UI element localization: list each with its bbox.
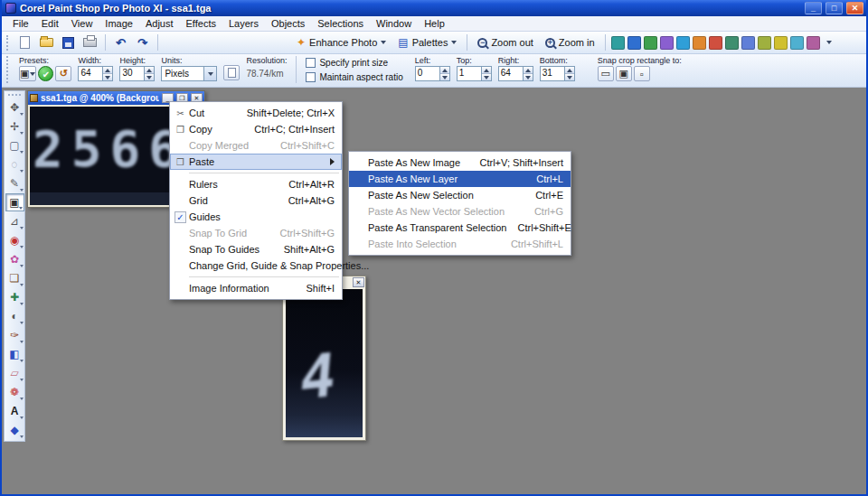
menu-item-cut[interactable]: ✂ Cut Shift+Delete; Ctrl+X <box>170 105 342 121</box>
straighten-tool[interactable]: ⊿ <box>5 212 24 230</box>
menu-layers[interactable]: Layers <box>222 17 265 30</box>
effects-palette-icon[interactable] <box>790 36 804 50</box>
menu-item-grid[interactable]: Grid Ctrl+Alt+G <box>170 192 342 209</box>
bottom-input[interactable]: 31 <box>540 66 575 81</box>
top-spinner[interactable] <box>481 67 491 80</box>
presets-dropdown[interactable]: ▣ <box>19 66 36 81</box>
preset-shape-tool[interactable]: ◆ <box>5 421 24 439</box>
layers-palette-icon[interactable] <box>660 36 674 50</box>
materials-palette-icon[interactable] <box>644 36 657 50</box>
paint-brush-tool[interactable]: ✑ <box>5 326 24 344</box>
menu-help[interactable]: Help <box>418 17 451 30</box>
menu-item-paste-as-new-image[interactable]: Paste As New Image Ctrl+V; Shift+Insert <box>349 154 571 171</box>
snap-layer-opaque-button[interactable]: ▣ <box>616 66 632 81</box>
floating-image-window[interactable]: ✕ 4 <box>282 276 366 441</box>
right-spinner[interactable] <box>523 67 533 80</box>
menu-item-paste-as-transparent-selection[interactable]: Paste As Transparent Selection Ctrl+Shif… <box>349 220 571 236</box>
menu-item-image-information[interactable]: Image Information Shift+I <box>170 280 342 296</box>
chevron-down-icon[interactable] <box>203 67 216 80</box>
menu-item-copy[interactable]: ❐ Copy Ctrl+C; Ctrl+Insert <box>170 121 342 137</box>
menu-effects[interactable]: Effects <box>180 17 222 30</box>
menu-item-paste-into-selection[interactable]: Paste Into Selection Ctrl+Shift+L <box>349 236 571 252</box>
script-output-palette-icon[interactable] <box>741 36 755 50</box>
floating-window-close-button[interactable]: ✕ <box>353 277 364 287</box>
menu-view[interactable]: View <box>65 17 99 30</box>
units-select[interactable]: Pixels <box>161 66 217 81</box>
specify-print-size-option[interactable]: Specify print size <box>306 56 402 70</box>
open-file-button[interactable] <box>37 33 56 52</box>
menu-item-paste[interactable]: ❒ Paste <box>170 154 342 170</box>
red-eye-tool[interactable]: ◉ <box>5 231 24 249</box>
undo-button[interactable]: ↶ <box>111 33 130 52</box>
reset-button[interactable]: ↺ <box>55 66 71 81</box>
width-spinner[interactable] <box>102 67 112 80</box>
save-button[interactable] <box>59 33 78 52</box>
width-input[interactable]: 64 <box>78 66 113 81</box>
specify-print-size-checkbox[interactable] <box>306 58 316 68</box>
color-changer-tool[interactable]: ◧ <box>5 345 24 363</box>
menu-file[interactable]: File <box>6 17 35 30</box>
menu-item-paste-as-new-selection[interactable]: Paste As New Selection Ctrl+E <box>349 187 571 203</box>
print-button[interactable] <box>80 33 99 52</box>
top-input[interactable]: 1 <box>457 66 492 81</box>
maintain-aspect-ratio-option[interactable]: Maintain aspect ratio <box>306 70 402 84</box>
snap-merged-opaque-button[interactable]: ▫ <box>634 66 650 81</box>
bottom-spinner[interactable] <box>564 67 574 80</box>
maximize-button[interactable]: □ <box>826 2 843 14</box>
menu-adjust[interactable]: Adjust <box>139 17 180 30</box>
histogram-palette-icon[interactable] <box>676 36 690 50</box>
palette-grip[interactable] <box>8 94 21 96</box>
left-input[interactable]: 0 <box>415 66 450 81</box>
selection-tool[interactable]: ▢ <box>5 136 24 154</box>
enhance-photo-button[interactable]: ✦ Enhance Photo <box>292 34 391 51</box>
freehand-selection-tool[interactable]: ◌ <box>5 155 24 173</box>
eraser-tool[interactable]: ▱ <box>5 364 24 382</box>
left-spinner[interactable] <box>439 67 449 80</box>
pan-tool[interactable]: ✥ <box>5 98 24 117</box>
menu-edit[interactable]: Edit <box>35 17 65 30</box>
menu-image[interactable]: Image <box>99 17 139 30</box>
right-input[interactable]: 64 <box>498 66 533 81</box>
new-file-button[interactable] <box>15 33 34 52</box>
height-spinner[interactable] <box>144 67 154 80</box>
menu-item-snap-to-grid[interactable]: Snap To Grid Ctrl+Shift+G <box>170 225 342 241</box>
menu-item-change-grid-guide-snap-properties[interactable]: Change Grid, Guide & Snap Properties... <box>170 257 342 274</box>
zoom-out-button[interactable]: − Zoom out <box>473 35 537 50</box>
menu-item-guides[interactable]: ✓ Guides <box>170 209 342 225</box>
apply-button[interactable]: ✔ <box>38 66 53 81</box>
info-palette-icon[interactable] <box>807 36 820 50</box>
options-grip[interactable] <box>6 56 9 83</box>
overview-palette-icon[interactable] <box>693 36 706 50</box>
crop-tool[interactable]: ▣ <box>5 193 24 211</box>
browser-palette-icon[interactable] <box>627 36 641 50</box>
height-input[interactable]: 30 <box>119 66 155 81</box>
picture-tube-tool[interactable]: ❁ <box>5 383 24 401</box>
menu-item-rulers[interactable]: Rulers Ctrl+Alt+R <box>170 176 342 192</box>
learning-center-palette-icon[interactable] <box>611 36 625 50</box>
move-tool[interactable]: ✢ <box>5 117 24 136</box>
scratch-remover-tool[interactable]: ✚ <box>5 288 24 306</box>
tool-options-palette-icon[interactable] <box>709 36 722 50</box>
palettes-button[interactable]: ▤ Palettes <box>393 34 461 51</box>
zoom-in-button[interactable]: + Zoom in <box>541 35 599 50</box>
menu-window[interactable]: Window <box>370 17 418 30</box>
floating-image-canvas[interactable]: 4 <box>286 289 363 437</box>
print-size-button[interactable] <box>223 65 240 80</box>
minimize-button[interactable]: _ <box>805 2 822 14</box>
menu-selections[interactable]: Selections <box>311 17 370 30</box>
makeover-tool[interactable]: ✿ <box>5 250 24 268</box>
text-tool[interactable]: A <box>5 402 24 420</box>
maintain-aspect-ratio-checkbox[interactable] <box>306 72 316 82</box>
dodge-tool[interactable]: ◐ <box>5 307 24 325</box>
clone-brush-tool[interactable]: ❏ <box>5 269 24 287</box>
toolbar-grip[interactable] <box>6 35 9 51</box>
toolbar-overflow-arrow[interactable] <box>826 41 832 44</box>
mixer-palette-icon[interactable] <box>758 36 771 50</box>
menu-item-paste-as-new-layer[interactable]: Paste As New Layer Ctrl+L <box>349 171 571 187</box>
snap-palette-icon[interactable] <box>774 36 788 50</box>
menu-item-snap-to-guides[interactable]: Snap To Guides Shift+Alt+G <box>170 241 342 257</box>
menu-objects[interactable]: Objects <box>265 17 311 30</box>
dropper-tool[interactable]: ✎ <box>5 174 24 192</box>
redo-button[interactable]: ↷ <box>133 33 152 52</box>
menu-item-copy-merged[interactable]: Copy Merged Ctrl+Shift+C <box>170 137 342 154</box>
